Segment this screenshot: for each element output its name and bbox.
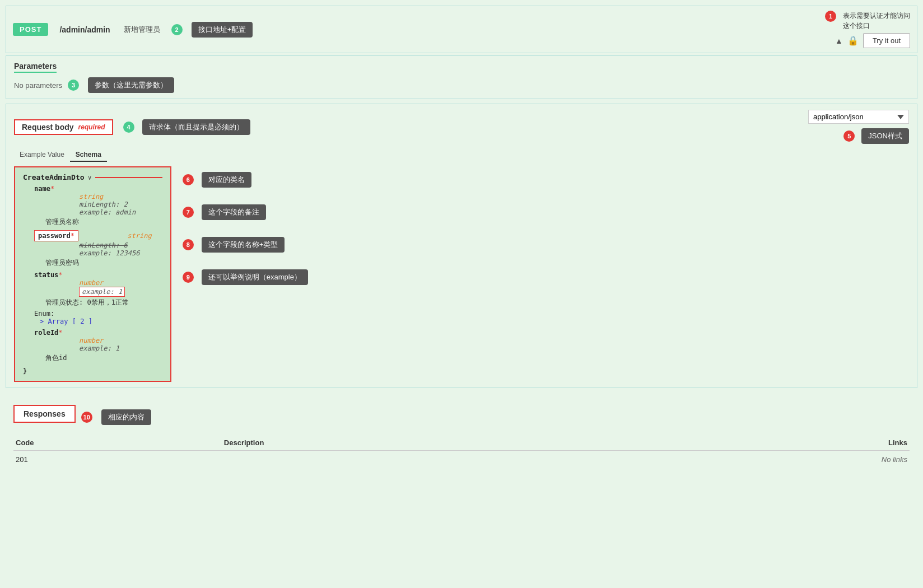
annotation-9: 9 还可以举例说明（example） <box>183 269 308 285</box>
parameters-title: Parameters <box>14 62 57 73</box>
field-status-label: status <box>34 271 58 279</box>
col-code: Code <box>13 435 222 451</box>
badge-1: 1 <box>825 11 836 22</box>
badge-4: 4 <box>123 122 134 133</box>
table-row: 201 No links <box>13 451 910 469</box>
status-type: number <box>79 279 103 287</box>
content-type-select[interactable]: application/json <box>808 110 909 124</box>
badge5-label: JSON样式 <box>861 128 909 144</box>
badge-9: 9 <box>183 272 194 283</box>
badge6-label: 对应的类名 <box>202 172 251 188</box>
name-desc: 管理员名称 <box>45 217 162 227</box>
schema-expand-icon[interactable]: ∨ <box>88 174 92 181</box>
annotation-6: 6 对应的类名 <box>183 172 308 188</box>
no-params-text: No parameters <box>14 81 62 90</box>
lock-icon[interactable]: 🔒 <box>847 35 859 46</box>
badge-3: 3 <box>68 80 79 91</box>
annotation-7: 7 这个字段的备注 <box>183 204 308 220</box>
annotation-8: 8 这个字段的名称+类型 <box>183 237 308 253</box>
badge-6: 6 <box>183 174 194 185</box>
closing-brace: } <box>23 367 162 375</box>
roleid-example: example: 1 <box>79 344 162 352</box>
col-links: Links <box>631 435 910 451</box>
responses-title: Responses <box>13 405 76 423</box>
schema-box: CreateAdminDto ∨ name* string minLength:… <box>14 166 171 382</box>
col-description: Description <box>222 435 631 451</box>
field-name-label: name <box>34 185 50 193</box>
tab-schema[interactable]: Schema <box>70 148 107 162</box>
api-desc: 新增管理员 <box>124 25 160 35</box>
schema-class-name: CreateAdminDto <box>23 173 85 181</box>
required-badge: required <box>78 123 105 131</box>
password-desc: 管理员密码 <box>45 258 162 268</box>
response-description <box>222 451 631 469</box>
response-links: No links <box>631 451 910 469</box>
schema-tabs: Example Value Schema <box>14 148 909 162</box>
annotations-column: 6 对应的类名 7 这个字段的备注 8 这个字段的名称+类型 9 还可以举例说明… <box>183 166 308 285</box>
badge-2: 2 <box>171 24 183 35</box>
field-password-label: password <box>38 232 71 240</box>
chevron-up-icon[interactable]: ▲ <box>835 36 843 45</box>
password-type: string <box>127 232 151 240</box>
request-body-title: Request body <box>22 123 74 132</box>
tab-example-value[interactable]: Example Value <box>14 148 70 162</box>
enum-array[interactable]: > Array [ 2 ] <box>40 318 162 325</box>
badge10-label: 相应的内容 <box>101 409 151 425</box>
status-example: example: 1 <box>82 288 122 296</box>
api-path: /admin/admin <box>59 25 110 34</box>
try-it-out-button[interactable]: Try it out <box>863 33 910 48</box>
badge9-label: 还可以举例说明（example） <box>202 269 308 285</box>
badge-7: 7 <box>183 207 194 218</box>
badge7-label: 这个字段的备注 <box>202 204 266 220</box>
header-right: 1 表示需要认证才能访问 这个接口 ▲ 🔒 Try it out <box>825 11 910 48</box>
response-code: 201 <box>13 451 222 469</box>
badge3-label: 参数（这里无需参数） <box>88 77 174 93</box>
badge-5: 5 <box>843 130 855 142</box>
enum-label: Enum: <box>34 310 162 318</box>
badge-10: 10 <box>81 412 92 423</box>
annotation1-line2: 这个接口 <box>843 22 870 30</box>
badge4-label: 请求体（而且提示是必须的） <box>142 119 250 135</box>
field-roleid-row: roleId* number example: 1 角色id <box>34 329 162 363</box>
field-roleid-label: roleId <box>34 329 58 337</box>
badge2-label: 接口地址+配置 <box>192 22 253 38</box>
method-badge: POST <box>13 23 48 36</box>
roleid-type: number <box>79 337 103 344</box>
badge-8: 8 <box>183 239 194 250</box>
responses-table: Code Description Links 201 No links <box>13 435 910 468</box>
field-status-row: status* number example: 1 管理员状态: 0禁用，1正常… <box>34 271 162 325</box>
name-type: string <box>79 193 103 200</box>
roleid-desc: 角色id <box>45 353 162 363</box>
field-password-row: password* string minLength: 6 example: 1… <box>34 230 162 268</box>
field-name-row: name* string minLength: 2 example: admin… <box>34 185 162 227</box>
badge8-label: 这个字段的名称+类型 <box>202 237 285 253</box>
status-desc: 管理员状态: 0禁用，1正常 <box>45 298 162 307</box>
annotation1-line1: 表示需要认证才能访问 <box>843 12 910 20</box>
